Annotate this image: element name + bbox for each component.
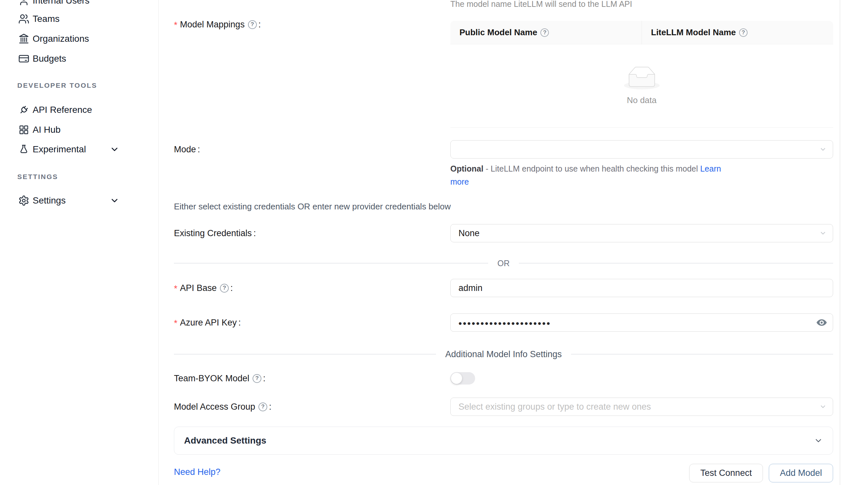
sidebar-item-label: Teams: [33, 14, 59, 24]
mode-help-text: Optional - LiteLLM endpoint to use when …: [450, 162, 738, 188]
footer-buttons: Test Connect Add Model: [689, 464, 833, 482]
chevron-down-icon: [110, 196, 119, 205]
team-byok-toggle[interactable]: [450, 372, 475, 385]
advanced-settings-label: Advanced Settings: [184, 435, 814, 446]
add-model-form: The model name LiteLLM will send to the …: [159, 0, 868, 485]
help-icon[interactable]: ?: [248, 20, 257, 29]
empty-inbox-icon: [624, 67, 660, 89]
existing-credentials-label: Existing Credentials :: [174, 228, 450, 238]
bank-icon: [18, 33, 30, 45]
help-icon[interactable]: ?: [540, 28, 549, 37]
existing-credentials-row: Existing Credentials : None: [174, 224, 833, 243]
sidebar-item-budgets[interactable]: Budgets: [0, 49, 158, 68]
sidebar-item-label: Budgets: [33, 54, 66, 64]
model-access-group-row: Model Access Group ? : Select existing g…: [174, 397, 833, 416]
litellm-add-model-page: Internal Users Teams Organizations Budge…: [0, 0, 868, 485]
chevron-down-icon: [819, 230, 827, 237]
select-placeholder: Select existing groups or type to create…: [459, 402, 651, 412]
grid-icon: [18, 124, 30, 136]
sidebar-item-label: Organizations: [33, 34, 89, 44]
sidebar-item-label: AI Hub: [33, 125, 61, 135]
content-right-divider: [840, 0, 840, 485]
user-icon: [18, 0, 30, 6]
sidebar-item-label: Experimental: [33, 144, 86, 155]
chevron-down-icon: [814, 436, 823, 445]
need-help-link[interactable]: Need Help?: [174, 467, 221, 477]
model-mappings-label: * Model Mappings ? :: [174, 19, 450, 30]
model-access-group-select[interactable]: Select existing groups or type to create…: [450, 397, 833, 416]
credentials-note: Either select existing credentials OR en…: [174, 201, 451, 212]
column-public-model-name: Public Model Name ?: [450, 21, 642, 44]
selected-value: None: [459, 228, 480, 238]
mode-label: Mode :: [174, 144, 450, 155]
sidebar-item-teams[interactable]: Teams: [0, 9, 158, 29]
column-litellm-model-name: LiteLLM Model Name ?: [642, 21, 833, 44]
api-base-label: * API Base ? :: [174, 283, 450, 294]
add-model-button[interactable]: Add Model: [769, 464, 833, 482]
sidebar-item-label: Settings: [33, 195, 66, 206]
sidebar-section-developer-tools: DEVELOPER TOOLS: [17, 82, 97, 89]
gear-icon: [18, 195, 30, 206]
model-name-hint: The model name LiteLLM will send to the …: [450, 0, 632, 9]
eye-icon[interactable]: [816, 317, 827, 328]
model-access-group-label: Model Access Group ? :: [174, 402, 450, 412]
sidebar-item-ai-hub[interactable]: AI Hub: [0, 120, 158, 139]
table-empty-state: No data: [450, 44, 833, 128]
azure-api-key-row: * Azure API Key : •••••••••••••••••••••: [174, 314, 833, 332]
help-icon[interactable]: ?: [253, 374, 261, 383]
mode-row: Mode :: [174, 140, 833, 159]
sidebar-item-label: Internal Users: [33, 0, 89, 6]
existing-credentials-select[interactable]: None: [450, 224, 833, 243]
chevron-down-icon: [819, 403, 827, 410]
help-icon[interactable]: ?: [220, 284, 229, 293]
sidebar-item-label: API Reference: [33, 105, 92, 115]
plug-icon: [18, 104, 30, 116]
azure-api-key-input[interactable]: •••••••••••••••••••••: [450, 314, 833, 332]
sidebar-section-settings: SETTINGS: [17, 173, 58, 181]
or-divider: OR: [174, 258, 833, 268]
model-mappings-table: Public Model Name ? LiteLLM Model Name ?…: [450, 21, 833, 128]
test-connect-button[interactable]: Test Connect: [689, 464, 763, 482]
help-icon[interactable]: ?: [739, 28, 748, 37]
chevron-down-icon: [819, 146, 827, 153]
credit-card-icon: [18, 53, 30, 65]
table-header: Public Model Name ? LiteLLM Model Name ?: [450, 21, 833, 44]
sidebar-item-api-reference[interactable]: API Reference: [0, 100, 158, 120]
required-asterisk: *: [174, 20, 178, 30]
additional-settings-divider: Additional Model Info Settings: [174, 349, 833, 359]
required-asterisk: *: [174, 318, 178, 328]
team-byok-row: Team-BYOK Model ? :: [174, 369, 833, 387]
api-base-row: * API Base ? :: [174, 279, 833, 297]
masked-password-value: •••••••••••••••••••••: [459, 315, 551, 333]
help-icon[interactable]: ?: [258, 402, 267, 411]
api-base-input[interactable]: [459, 283, 814, 293]
advanced-settings-panel[interactable]: Advanced Settings: [174, 427, 833, 455]
mode-select[interactable]: [450, 140, 833, 159]
no-data-text: No data: [627, 95, 656, 105]
required-asterisk: *: [174, 284, 178, 294]
users-icon: [18, 13, 30, 25]
sidebar-item-organizations[interactable]: Organizations: [0, 29, 158, 48]
sidebar-item-experimental[interactable]: Experimental: [0, 139, 158, 159]
azure-api-key-label: * Azure API Key :: [174, 317, 450, 328]
team-byok-label: Team-BYOK Model ? :: [174, 374, 450, 384]
sidebar-item-settings[interactable]: Settings: [0, 191, 158, 211]
chevron-down-icon: [110, 144, 119, 154]
sidebar: Internal Users Teams Organizations Budge…: [0, 0, 159, 485]
flask-icon: [18, 143, 30, 155]
